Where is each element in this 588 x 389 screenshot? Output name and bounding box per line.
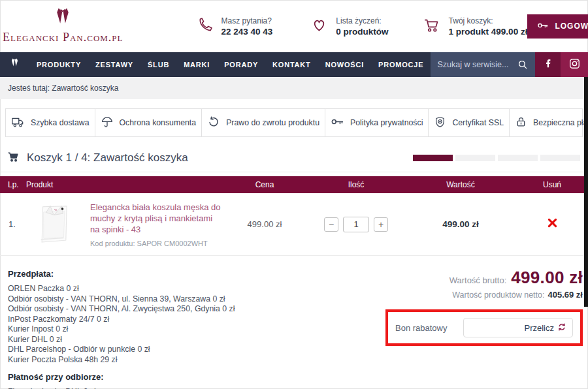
tuxedo-nav-icon <box>9 58 20 71</box>
gross-total-value: 499.00 zł <box>511 268 583 288</box>
cart-icon <box>423 16 441 37</box>
feature-ssl-certificate: Certyfikat SSL <box>429 109 510 136</box>
cart-table-header: Lp. Produkt Cena Ilość Wartość Usuń <box>0 176 588 193</box>
net-total-label: Wartość produktów netto: <box>452 290 544 300</box>
nav-item-kontakt[interactable]: KONTAKT <box>265 52 318 77</box>
feature-label: Polityka prywatności <box>350 118 423 127</box>
phone-contact: Masz pytania? 22 243 40 43 <box>197 16 273 37</box>
progress-segment-4 <box>540 155 580 161</box>
coupon-label: Bon rabatowy <box>395 323 448 333</box>
checkout-progress <box>413 155 580 161</box>
refresh-icon <box>557 322 566 334</box>
shipping-option: ORLEN Paczka 0 zł <box>8 284 385 294</box>
recalculate-label: Przelicz <box>524 323 554 333</box>
scrollbar-thumb[interactable] <box>584 77 588 307</box>
nav-item-porady[interactable]: PORADY <box>217 52 265 77</box>
instagram-link[interactable] <box>561 52 588 77</box>
feature-strip: Szybka dostawa Ochrona konsumenta Prawo … <box>5 108 583 137</box>
logo-text: Elegancki Pan.com.pl <box>3 31 123 44</box>
progress-segment-2 <box>455 155 495 161</box>
main-nav: PRODUKTY ZESTAWY ŚLUB MARKI PORADY KONTA… <box>0 52 588 77</box>
quantity-decrease-button[interactable]: − <box>324 217 338 232</box>
progress-segment-1 <box>413 155 453 161</box>
row-number: 1. <box>0 219 26 229</box>
product-image[interactable] <box>26 198 78 251</box>
nav-home-link[interactable] <box>0 52 29 77</box>
gross-total-label: Wartość brutto: <box>449 275 507 285</box>
col-lp: Lp. <box>0 180 26 189</box>
phone-icon <box>197 16 214 36</box>
progress-segment-3 <box>498 155 538 161</box>
net-total-value: 405.69 zł <box>548 290 583 300</box>
heart-icon <box>310 16 328 36</box>
wishlist-count: 0 produktów <box>336 27 388 37</box>
quantity-increase-button[interactable]: + <box>374 217 388 232</box>
search-input[interactable] <box>437 60 513 69</box>
nav-item-nowosci[interactable]: NOWOŚCI <box>318 52 371 77</box>
shipping-option: Odbiór osobisty - VAN THORN, Al. Zwycięs… <box>8 304 385 315</box>
cart-widget[interactable]: Twój koszyk: 1 produkt 499.00 zł <box>423 16 528 37</box>
nav-item-marki[interactable]: MARKI <box>176 52 217 77</box>
phone-question: Masz pytania? <box>221 16 273 25</box>
wishlist-widget[interactable]: Lista życzeń: 0 produktów <box>310 16 388 37</box>
key-icon <box>331 117 344 129</box>
quantity-input[interactable] <box>343 217 369 232</box>
shipping-option: InPost Paczkomaty 24/7 0 zł <box>8 315 385 325</box>
net-total-row: Wartość produktów netto: 405.69 zł <box>452 290 583 300</box>
cart-summary: 1 produkt 499.00 zł <box>449 27 528 37</box>
coupon-input[interactable] <box>470 323 524 332</box>
cart-label: Twój koszyk: <box>449 16 528 25</box>
cart-heading: Koszyk 1 / 4: Zawartość koszyka <box>7 150 581 166</box>
truck-icon <box>11 116 25 130</box>
breadcrumb: Jesteś tutaj: Zawartość koszyka <box>0 77 588 99</box>
search-icon[interactable] <box>517 59 529 70</box>
login-button[interactable]: LOGOWANIE <box>527 14 588 39</box>
recalculate-button[interactable]: Przelicz <box>524 322 566 334</box>
shipping-options: Przedpłata: ORLEN Paczka 0 zł Odbiór oso… <box>8 266 385 389</box>
col-produkt: Produkt <box>26 180 222 189</box>
facebook-link[interactable] <box>535 52 561 77</box>
cart-page: Elegancki Pan.com.pl Masz pytania? 22 24… <box>0 0 588 389</box>
cart-step-icon <box>7 150 20 166</box>
remove-item-button[interactable] <box>547 218 557 230</box>
col-cena: Cena <box>222 180 307 189</box>
col-usun: Usuń <box>516 180 588 189</box>
top-header: Elegancki Pan.com.pl Masz pytania? 22 24… <box>0 0 588 52</box>
phone-number: 22 243 40 43 <box>221 27 273 37</box>
coupon-field: Przelicz <box>463 318 573 337</box>
return-arrow-icon <box>207 116 220 131</box>
site-logo[interactable]: Elegancki Pan.com.pl <box>3 8 123 44</box>
nav-item-promocje[interactable]: PROMOCJE <box>371 52 431 77</box>
nav-item-produkty[interactable]: PRODUKTY <box>29 52 88 77</box>
product-info: Elegancka biała koszula męska do muchy z… <box>90 202 222 247</box>
shipping-option: DHL Parcelshop - Odbiór w punkcie 0 zł <box>8 345 385 355</box>
instagram-icon <box>568 57 581 72</box>
site-search <box>431 52 535 77</box>
col-wartosc: Wartość <box>405 180 516 189</box>
umbrella-icon <box>101 116 114 131</box>
feature-label: Certyfikat SSL <box>452 118 504 127</box>
shipping-option: Kurier Poczta Polska 48h 29 zł <box>8 355 385 366</box>
quantity-stepper: − + <box>307 217 405 232</box>
product-code: Kod produktu: SAPOR CM0002WHT <box>90 240 222 247</box>
facebook-icon <box>542 57 554 72</box>
feature-secure-payment: Bezpieczna płatność <box>510 109 588 136</box>
feature-consumer-protection: Ochrona konsumenta <box>95 109 203 136</box>
product-name-link[interactable]: Elegancka biała koszula męska do muchy z… <box>90 202 222 235</box>
feature-label: Bezpieczna płatność <box>533 118 588 127</box>
feature-label: Szybka dostawa <box>31 118 90 127</box>
login-label: LOGOWANIE <box>555 22 588 31</box>
nav-item-slub[interactable]: ŚLUB <box>140 52 176 77</box>
cart-table-row: 1. Elegancka biała koszu <box>0 193 588 256</box>
nav-item-zestawy[interactable]: ZESTAWY <box>88 52 140 77</box>
feature-fast-delivery: Szybka dostawa <box>6 109 95 136</box>
wishlist-label: Lista życzeń: <box>336 16 388 25</box>
line-total: 499.00 zł <box>405 219 516 229</box>
col-ilosc: Ilość <box>307 180 405 189</box>
product-cell: Elegancka biała koszula męska do muchy z… <box>26 198 222 251</box>
feature-label: Prawo do zwrotu produktu <box>226 118 319 127</box>
tuxedo-logo-icon <box>52 8 74 30</box>
cart-summary-section: Przedpłata: ORLEN Paczka 0 zł Odbiór oso… <box>0 266 588 389</box>
lock-icon <box>515 116 527 131</box>
page-title: Koszyk 1 / 4: Zawartość koszyka <box>27 151 188 164</box>
